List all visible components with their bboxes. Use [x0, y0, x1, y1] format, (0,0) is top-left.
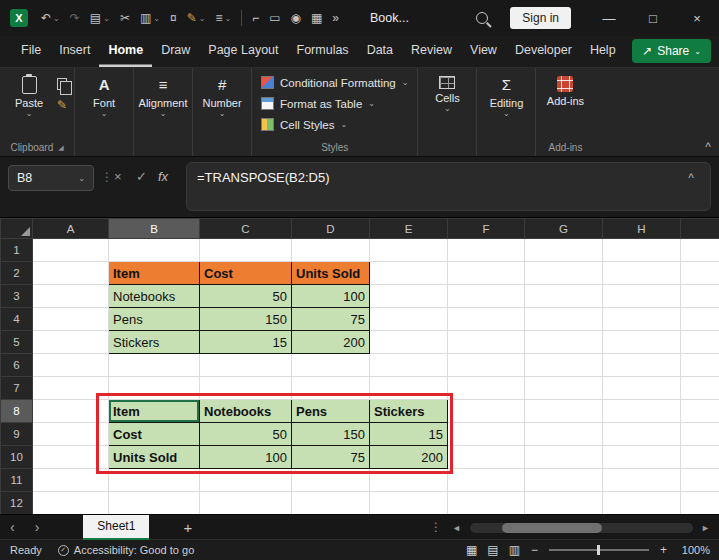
redo-button[interactable]: ↷	[65, 5, 85, 31]
cell-E12[interactable]	[370, 492, 448, 515]
next-sheet-icon[interactable]: ›	[25, 519, 50, 535]
tab-formulas[interactable]: Formulas	[288, 36, 358, 67]
cell-C1[interactable]	[200, 239, 292, 262]
undo-button[interactable]: ↶⌄	[36, 5, 65, 31]
previous-sheet-icon[interactable]: ‹	[0, 519, 25, 535]
normal-view-button[interactable]: ▦	[466, 543, 477, 557]
zoom-out-button[interactable]: −	[531, 543, 538, 557]
column-header-G[interactable]: G	[525, 219, 603, 239]
minimize-button[interactable]: —	[587, 0, 631, 36]
column-header-F[interactable]: F	[448, 219, 525, 239]
cancel-icon[interactable]: ×	[114, 169, 122, 184]
cell-B10[interactable]: Units Sold	[109, 446, 200, 469]
cell-F4[interactable]	[448, 308, 525, 331]
cell-F12[interactable]	[448, 492, 525, 515]
cell-C12[interactable]	[200, 492, 292, 515]
cell-B2[interactable]: Item	[109, 262, 200, 285]
zoom-slider-thumb[interactable]	[597, 545, 600, 555]
new-sheet-button[interactable]: +	[183, 519, 192, 536]
cell-A12[interactable]	[33, 492, 109, 515]
more-commands-button[interactable]: »	[327, 5, 344, 31]
cell-G6[interactable]	[525, 354, 603, 377]
cell-H9[interactable]	[603, 423, 681, 446]
page-break-view-button[interactable]: ▥	[509, 543, 520, 557]
cell-E1[interactable]	[370, 239, 448, 262]
cell-G11[interactable]	[525, 469, 603, 492]
cell-H4[interactable]	[603, 308, 681, 331]
cell-C10[interactable]: 100	[200, 446, 292, 469]
share-button[interactable]: ↗ Share ⌄	[632, 39, 711, 63]
tab-home[interactable]: Home	[99, 36, 152, 67]
cell-C2[interactable]: Cost	[200, 262, 292, 285]
cell-D4[interactable]: 75	[292, 308, 370, 331]
cell-D3[interactable]: 100	[292, 285, 370, 308]
cell-H3[interactable]	[603, 285, 681, 308]
formula-bar-grip-icon[interactable]: ⋮	[101, 170, 113, 184]
cell-A5[interactable]	[33, 331, 109, 354]
row-header-10[interactable]: 10	[1, 446, 33, 469]
clipboard-dialog-launcher-icon[interactable]: ◢	[58, 144, 63, 152]
alignment-menu-button[interactable]: ≡ Alignment ⌄	[137, 70, 189, 116]
row-header-9[interactable]: 9	[1, 423, 33, 446]
cell-G10[interactable]	[525, 446, 603, 469]
cell-H6[interactable]	[603, 354, 681, 377]
cell-D7[interactable]	[292, 377, 370, 400]
cell-D8[interactable]: Pens	[292, 400, 370, 423]
cell-B12[interactable]	[109, 492, 200, 515]
cell-A3[interactable]	[33, 285, 109, 308]
number-menu-button[interactable]: # Number ⌄	[196, 70, 248, 116]
search-icon[interactable]	[476, 12, 488, 24]
merge-button[interactable]: ▭	[264, 5, 285, 31]
cell-styles-button[interactable]: Cell Styles ⌄	[255, 114, 353, 135]
font-menu-button[interactable]: A Font ⌄	[78, 70, 130, 116]
cell-C8[interactable]: Notebooks	[200, 400, 292, 423]
zoom-slider[interactable]	[549, 549, 649, 551]
cell-E9[interactable]: 15	[370, 423, 448, 446]
enter-icon[interactable]: ✓	[136, 169, 147, 184]
row-header-3[interactable]: 3	[1, 285, 33, 308]
cell-B11[interactable]	[109, 469, 200, 492]
column-header-C[interactable]: C	[200, 219, 292, 239]
cell-C3[interactable]: 50	[200, 285, 292, 308]
tab-help[interactable]: Help	[581, 36, 625, 67]
cell-D12[interactable]	[292, 492, 370, 515]
cell-F6[interactable]	[448, 354, 525, 377]
cell-C11[interactable]	[200, 469, 292, 492]
cell-F1[interactable]	[448, 239, 525, 262]
column-header-A[interactable]: A	[33, 219, 109, 239]
tab-review[interactable]: Review	[402, 36, 461, 67]
column-header-E[interactable]: E	[370, 219, 448, 239]
cell-B1[interactable]	[109, 239, 200, 262]
cell-H2[interactable]	[603, 262, 681, 285]
sheet-tab-sheet1[interactable]: Sheet1	[83, 515, 149, 540]
row-header-7[interactable]: 7	[1, 377, 33, 400]
collapse-formula-bar-icon[interactable]: ^	[688, 171, 694, 185]
cell-E8[interactable]: Stickers	[370, 400, 448, 423]
cell-H1[interactable]	[603, 239, 681, 262]
cell-A6[interactable]	[33, 354, 109, 377]
cell-G9[interactable]	[525, 423, 603, 446]
cell-G8[interactable]	[525, 400, 603, 423]
tab-data[interactable]: Data	[358, 36, 402, 67]
cell-E2[interactable]	[370, 262, 448, 285]
name-box[interactable]: B8 ⌄	[8, 165, 94, 191]
tab-insert[interactable]: Insert	[50, 36, 99, 67]
tab-draw[interactable]: Draw	[152, 36, 199, 67]
cell-F10[interactable]	[448, 446, 525, 469]
cell-H11[interactable]	[603, 469, 681, 492]
paste-button[interactable]: Paste ⌄	[3, 70, 55, 116]
conditional-formatting-button[interactable]: Conditional Formatting ⌄	[255, 72, 414, 93]
row-header-2[interactable]: 2	[1, 262, 33, 285]
accessibility-status[interactable]: Accessibility: Good to go	[74, 544, 194, 556]
cell-D10[interactable]: 75	[292, 446, 370, 469]
row-header-11[interactable]: 11	[1, 469, 33, 492]
row-header-12[interactable]: 12	[1, 492, 33, 515]
cell-G3[interactable]	[525, 285, 603, 308]
currency-format-button[interactable]: ¤	[165, 5, 182, 31]
camera-button[interactable]: ◉	[286, 5, 306, 31]
ruler-button[interactable]: ⌐	[247, 5, 264, 31]
addins-button[interactable]: Add-ins	[539, 70, 591, 107]
column-header-H[interactable]: H	[603, 219, 681, 239]
cell-C6[interactable]	[200, 354, 292, 377]
row-header-8[interactable]: 8	[1, 400, 33, 423]
